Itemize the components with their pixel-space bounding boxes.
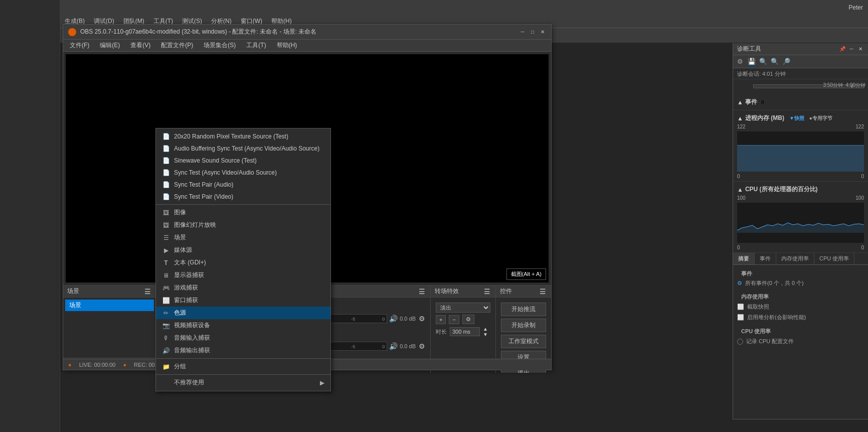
diag-zoom-out-icon[interactable]: 🔎 bbox=[781, 57, 791, 67]
ctx-item-5[interactable]: 📄 Sync Test Pair (Video) bbox=[156, 191, 330, 203]
context-menu[interactable]: 📄 20x20 Random Pixel Texture Source (Tes… bbox=[155, 128, 331, 391]
diag-tab-bar[interactable]: 摘要 事件 内存使用率 CPU 使用率 bbox=[733, 253, 868, 265]
ctx-item-6[interactable]: 🖼 图像 bbox=[156, 206, 330, 219]
transition-add-btn[interactable]: + bbox=[436, 315, 446, 324]
obs-menu-view[interactable]: 查看(V) bbox=[126, 40, 154, 51]
ctx-item-19[interactable]: 不推荐使用 ▶ bbox=[156, 376, 330, 389]
ctx-item-0[interactable]: 📄 20x20 Random Pixel Texture Source (Tes… bbox=[156, 130, 330, 142]
transitions-add-remove-row[interactable]: + − ⚙ bbox=[436, 315, 490, 324]
obs-minimize-btn[interactable]: ─ bbox=[519, 29, 526, 36]
ctx-item-14[interactable]: ✏ 色源 bbox=[156, 307, 330, 319]
ctx-icon-5: 📄 bbox=[162, 193, 170, 201]
ctx-item-12[interactable]: 🎮 游戏捕获 bbox=[156, 281, 330, 294]
obs-menu-profile[interactable]: 配置文件(P) bbox=[157, 40, 197, 51]
diag-record-cpu-radio[interactable] bbox=[737, 339, 743, 345]
obs-menu-bar[interactable]: 文件(F) 编辑(E) 查看(V) 配置文件(P) 场景集合(S) 工具(T) … bbox=[63, 40, 551, 52]
ctx-item-18[interactable]: 📁 分组 bbox=[156, 360, 330, 373]
transition-type-select[interactable]: 淡出 bbox=[436, 303, 490, 313]
transitions-panel-menu-btn[interactable]: ☰ bbox=[483, 287, 491, 296]
transition-settings-btn[interactable]: ⚙ bbox=[462, 315, 474, 324]
diag-tab-memory[interactable]: 内存使用率 bbox=[776, 253, 814, 264]
diag-tab-cpu[interactable]: CPU 使用率 bbox=[814, 253, 854, 264]
duration-up-btn[interactable]: ▲ bbox=[483, 326, 488, 332]
ctx-icon-2: 📄 bbox=[162, 157, 170, 165]
ctx-label-4: Sync Test Pair (Audio) bbox=[174, 181, 234, 188]
diag-memory-expand-icon: ▲ bbox=[737, 115, 743, 122]
controls-panel-title: 控件 bbox=[500, 287, 512, 296]
ctx-item-10[interactable]: T 文本 (GDI+) bbox=[156, 256, 330, 269]
scenes-panel-header: 场景 ☰ bbox=[63, 285, 156, 298]
diag-cpu-title: CPU (所有处理器的百分比) bbox=[745, 185, 818, 194]
ctx-submenu-arrow: ▶ bbox=[320, 379, 324, 386]
ctx-item-2[interactable]: 📄 Sinewave Sound Source (Test) bbox=[156, 155, 330, 167]
mixer-ch2-settings-btn[interactable]: ⚙ bbox=[418, 342, 426, 350]
diag-zoom-in-icon[interactable]: 🔍 bbox=[770, 57, 780, 67]
mixer-ch1-settings-btn[interactable]: ⚙ bbox=[418, 315, 426, 323]
diag-window-controls[interactable]: 📌 ─ ✕ bbox=[839, 46, 864, 53]
obs-window-controls[interactable]: ─ □ ✕ bbox=[519, 29, 546, 36]
start-recording-btn[interactable]: 开始录制 bbox=[501, 319, 546, 332]
diag-minimize-btn[interactable]: ─ bbox=[848, 46, 855, 53]
ctx-item-13[interactable]: ⬜ 窗口捕获 bbox=[156, 294, 330, 307]
scene-item[interactable]: 场景 bbox=[65, 300, 154, 311]
diag-toolbar[interactable]: ⚙ 💾 🔍 🔍 🔎 bbox=[733, 55, 868, 68]
ctx-icon-4: 📄 bbox=[162, 181, 170, 189]
diag-title-label: 诊断工具 bbox=[737, 45, 761, 53]
obs-maximize-btn[interactable]: □ bbox=[529, 29, 536, 36]
ctx-label-1: Audio Buffering Sync Test (Async Video/A… bbox=[174, 145, 319, 152]
duration-down-btn[interactable]: ▼ bbox=[483, 332, 488, 337]
diag-memory-fill bbox=[737, 146, 864, 172]
ctx-icon-19 bbox=[162, 379, 170, 387]
obs-preview-snapshot-btn[interactable]: 截图(Alt + A) bbox=[506, 268, 546, 280]
obs-menu-file[interactable]: 文件(F) bbox=[66, 40, 93, 51]
diag-tab-summary[interactable]: 摘要 bbox=[733, 253, 755, 264]
obs-menu-edit[interactable]: 编辑(E) bbox=[96, 40, 124, 51]
mixer-ch1-mute-btn[interactable]: 🔊 bbox=[389, 315, 398, 323]
obs-logo-icon bbox=[68, 28, 76, 36]
events-pause-btn[interactable]: ⏸ bbox=[759, 99, 766, 106]
ctx-item-8[interactable]: ☰ 场景 bbox=[156, 231, 330, 244]
ctx-item-1[interactable]: 📄 Audio Buffering Sync Test (Async Video… bbox=[156, 142, 330, 155]
ctx-item-15[interactable]: 📷 视频捕获设备 bbox=[156, 319, 330, 332]
diag-pin-btn[interactable]: 📌 bbox=[839, 46, 846, 53]
ctx-sep-3 bbox=[156, 374, 330, 375]
ctx-item-9[interactable]: ▶ 媒体源 bbox=[156, 244, 330, 256]
transition-duration-input[interactable] bbox=[450, 327, 480, 336]
diag-search-icon[interactable]: 🔍 bbox=[758, 57, 768, 67]
start-stream-btn[interactable]: 开始推流 bbox=[501, 303, 546, 316]
diag-tab-content: 事件 ⚙ 所有事件(0 个，共 0 个) 内存使用率 ⬜ 截取快照 ⬜ 启用堆分… bbox=[733, 265, 868, 350]
transition-remove-btn[interactable]: − bbox=[449, 315, 459, 324]
mixer-ch2-mute-btn[interactable]: 🔊 bbox=[389, 342, 398, 350]
obs-close-btn[interactable]: ✕ bbox=[539, 29, 546, 36]
ctx-item-7[interactable]: 🖼 图像幻灯片放映 bbox=[156, 219, 330, 231]
diag-settings-icon[interactable]: ⚙ bbox=[735, 57, 745, 67]
ctx-label-7: 图像幻灯片放映 bbox=[174, 221, 216, 229]
ctx-icon-18: 📁 bbox=[162, 363, 170, 371]
scenes-panel-menu-btn[interactable]: ☰ bbox=[143, 287, 152, 296]
diag-snapshot-item[interactable]: ⬜ 截取快照 bbox=[737, 302, 864, 312]
controls-panel-menu-btn[interactable]: ☰ bbox=[539, 287, 547, 296]
diag-tab-cpu-label: CPU 使用率 bbox=[737, 326, 864, 336]
ctx-item-4[interactable]: 📄 Sync Test Pair (Audio) bbox=[156, 179, 330, 191]
studio-mode-btn[interactable]: 工作室模式 bbox=[501, 335, 546, 348]
diag-tab-events[interactable]: 事件 bbox=[755, 253, 776, 264]
ctx-item-11[interactable]: 🖥 显示器捕获 bbox=[156, 269, 330, 281]
diag-events-container: ▲ 事件 ⏸ bbox=[733, 94, 868, 110]
diag-heap-item[interactable]: ⬜ 启用堆分析(会影响性能) bbox=[737, 312, 864, 323]
diag-cpu-chart bbox=[737, 203, 864, 243]
obs-menu-scene-collection[interactable]: 场景集合(S) bbox=[200, 40, 240, 51]
obs-menu-tools[interactable]: 工具(T) bbox=[242, 40, 270, 51]
ctx-item-3[interactable]: 📄 Sync Test (Async Video/Audio Source) bbox=[156, 167, 330, 179]
diag-record-cpu-item[interactable]: 记录 CPU 配置文件 bbox=[737, 336, 864, 347]
diag-close-btn[interactable]: ✕ bbox=[857, 46, 864, 53]
diag-events-expand-icon: ▲ bbox=[737, 99, 743, 106]
diag-tab-events-label: 事件 bbox=[737, 268, 864, 278]
ide-background: Peter 视图(V) 项目(P) 生成(B) 调试(D) 团队(M) 工具(T… bbox=[0, 0, 868, 432]
mixer-panel-menu-btn[interactable]: ☰ bbox=[418, 287, 426, 296]
obs-menu-help[interactable]: 帮助(H) bbox=[273, 40, 301, 51]
ctx-item-16[interactable]: 🎙 音频输入捕获 bbox=[156, 332, 330, 344]
transitions-panel-header: 转场特效 ☰ bbox=[431, 285, 495, 298]
diag-save-icon[interactable]: 💾 bbox=[747, 57, 757, 67]
ctx-item-17[interactable]: 🔊 音频输出捕获 bbox=[156, 344, 330, 357]
diag-cpu-scale-top: 100 100 bbox=[737, 195, 864, 201]
